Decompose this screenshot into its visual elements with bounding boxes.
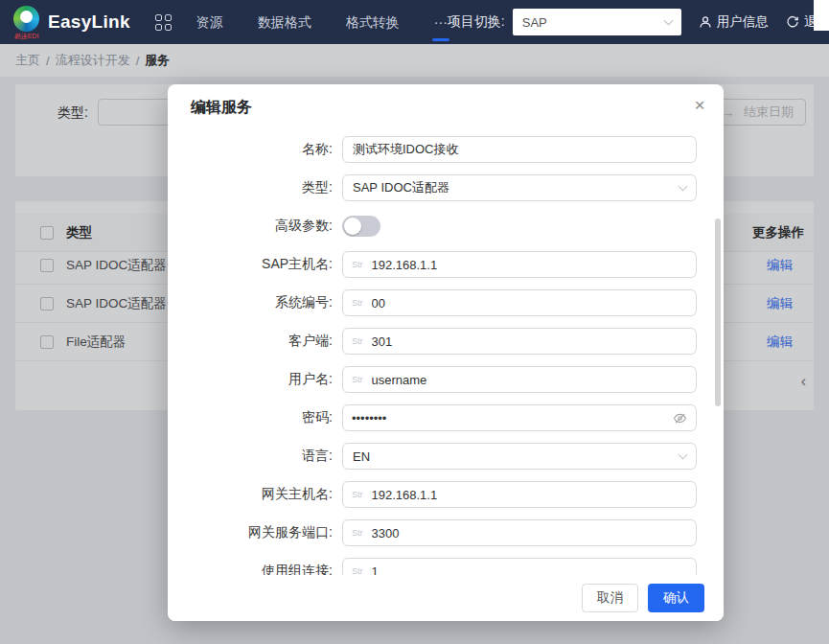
brand-title: EasyLink <box>48 12 130 33</box>
field-label: 类型: <box>191 179 333 196</box>
form-field-advanced-params: 高级参数: <box>191 207 697 245</box>
gateway-hostname-input[interactable] <box>372 483 687 506</box>
menu-item-more[interactable]: ··· <box>434 0 448 44</box>
form-field-name: 名称: <box>191 130 697 169</box>
field-label: 使用组连接: <box>191 563 333 575</box>
grid-square <box>165 14 172 21</box>
field-type-tag: Str <box>352 528 363 538</box>
form-field-type: 类型: SAP IDOC适配器 <box>191 169 697 207</box>
modal-footer: 取消 确认 <box>168 575 724 621</box>
easylink-logo-icon <box>13 6 39 32</box>
field-label: 系统编号: <box>191 294 333 311</box>
grid-square <box>155 14 162 21</box>
project-select[interactable]: SAP <box>513 9 681 35</box>
field-type-tag: Str <box>352 490 363 499</box>
sap-hostname-field: Str <box>342 251 697 278</box>
type-select[interactable]: SAP IDOC适配器 <box>342 174 697 201</box>
field-type-tag: Str <box>352 375 363 384</box>
form-field-group-connection: 使用组连接: Str <box>191 552 697 575</box>
field-label: 网关主机名: <box>191 486 333 503</box>
menu-item-resources[interactable]: 资源 <box>196 0 223 44</box>
form-field-system-number: 系统编号: Str <box>191 284 697 322</box>
close-icon[interactable]: × <box>687 93 712 118</box>
username-field: Str <box>342 366 697 393</box>
language-select-value: EN <box>353 449 370 464</box>
menu-item-data-format[interactable]: 数据格式 <box>258 0 311 44</box>
sap-hostname-input[interactable] <box>372 253 687 276</box>
field-type-tag: Str <box>352 336 363 346</box>
group-connection-input[interactable] <box>372 560 687 575</box>
type-select-value: SAP IDOC适配器 <box>353 179 449 196</box>
form-field-password: 密码: <box>191 399 697 437</box>
name-input[interactable] <box>342 136 697 163</box>
field-type-tag: Str <box>352 260 363 269</box>
field-type-tag: Str <box>352 298 363 308</box>
user-info-label: 用户信息 <box>717 13 769 31</box>
user-icon <box>699 15 712 29</box>
modal-scrollbar-thumb[interactable] <box>715 218 721 406</box>
modal-body: 名称: 类型: SAP IDOC适配器 高级参数: <box>168 130 724 575</box>
form-field-gateway-port: 网关服务端口: Str <box>191 514 697 552</box>
top-nav-bar: 易连EDI EasyLink 资源 数据格式 格式转换 ··· 项目切换: SA… <box>0 0 829 44</box>
system-number-field: Str <box>342 289 697 316</box>
field-label: SAP主机名: <box>191 256 333 273</box>
header-right-group: 项目切换: SAP 用户信息 退出登录 <box>448 9 829 35</box>
grid-square <box>155 24 162 31</box>
project-select-value: SAP <box>522 15 547 30</box>
chevron-down-icon <box>679 182 688 192</box>
grid-square <box>165 24 172 31</box>
client-input[interactable] <box>372 330 687 353</box>
logo-caption: 易连EDI <box>14 33 39 39</box>
field-label: 网关服务端口: <box>191 524 333 541</box>
form-field-client: 客户端: Str <box>191 322 697 360</box>
username-input[interactable] <box>372 368 687 391</box>
modal-title: 编辑服务 <box>191 98 252 118</box>
field-label: 密码: <box>191 409 333 426</box>
field-label: 语言: <box>191 448 333 465</box>
eye-invisible-icon[interactable] <box>673 411 687 426</box>
form-field-username: 用户名: Str <box>191 360 697 399</box>
password-input[interactable] <box>352 406 665 429</box>
advanced-params-toggle[interactable] <box>342 216 380 237</box>
edit-service-modal: 编辑服务 × 名称: 类型: SAP IDOC适配器 高级参数: <box>168 84 724 621</box>
chevron-down-icon <box>679 450 688 460</box>
project-switch-label: 项目切换: <box>448 13 505 31</box>
main-menu: 资源 数据格式 格式转换 ··· <box>196 0 448 44</box>
group-connection-field: Str <box>342 558 697 575</box>
form-field-gateway-hostname: 网关主机名: Str <box>191 475 697 514</box>
form-field-language: 语言: EN <box>191 437 697 475</box>
cancel-button[interactable]: 取消 <box>582 584 638 612</box>
user-info-button[interactable]: 用户信息 <box>699 13 769 31</box>
app-logo[interactable]: 易连EDI <box>13 6 39 39</box>
apps-grid-icon[interactable] <box>155 14 172 31</box>
confirm-button[interactable]: 确认 <box>648 584 704 612</box>
gateway-port-field: Str <box>342 519 697 546</box>
field-label: 客户端: <box>191 333 333 350</box>
menu-item-format-convert[interactable]: 格式转换 <box>346 0 400 44</box>
language-select[interactable]: EN <box>342 443 697 470</box>
form-field-sap-hostname: SAP主机名: Str <box>191 245 697 284</box>
gateway-hostname-field: Str <box>342 481 697 508</box>
field-type-tag: Str <box>352 566 363 575</box>
field-label: 用户名: <box>191 371 333 388</box>
system-number-input[interactable] <box>372 291 687 314</box>
browser-scrollbar[interactable] <box>814 0 829 31</box>
client-field: Str <box>342 328 697 355</box>
logout-icon <box>786 15 799 29</box>
app-screen: 易连EDI EasyLink 资源 数据格式 格式转换 ··· 项目切换: SA… <box>0 0 829 644</box>
field-label: 高级参数: <box>191 218 333 235</box>
chevron-down-icon <box>663 16 673 26</box>
field-label: 名称: <box>191 141 333 158</box>
password-field <box>342 404 697 431</box>
gateway-port-input[interactable] <box>372 521 687 544</box>
